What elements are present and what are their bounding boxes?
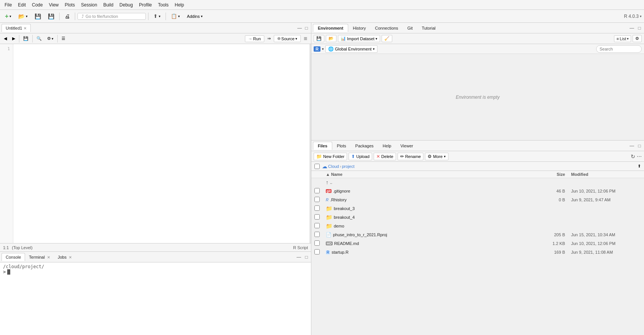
global-env-selector[interactable]: 🌐 Global Environment ▾ — [325, 45, 377, 53]
editor-forward-btn[interactable]: ▶ — [10, 35, 17, 42]
env-tab-tutorial[interactable]: Tutorial — [417, 24, 440, 32]
menu-code[interactable]: Code — [29, 2, 46, 8]
open-file-button[interactable]: 📂 ▾ — [16, 12, 30, 21]
more-button[interactable]: ⚙ More ▾ — [425, 153, 448, 160]
env-tab-history[interactable]: History — [348, 24, 370, 32]
files-sync-icon[interactable]: ↻ — [631, 153, 635, 160]
jobs-tab-close[interactable]: ✕ — [69, 255, 72, 259]
env-load-btn[interactable]: 📂 — [326, 35, 336, 42]
row-name-7[interactable]: MD README.md — [323, 239, 538, 248]
env-settings-btn[interactable]: ⚙ — [633, 35, 642, 42]
console-content[interactable]: /cloud/project/ > — [0, 262, 311, 335]
file-checkbox-8[interactable] — [314, 249, 320, 254]
menu-help[interactable]: Help — [172, 2, 187, 8]
row-checkbox-8[interactable] — [311, 248, 323, 257]
row-name-5[interactable]: 📁 demo — [323, 222, 538, 231]
files-maximize-btn[interactable]: □ — [636, 143, 642, 149]
console-tab-jobs[interactable]: Jobs ✕ — [54, 253, 76, 261]
run-button[interactable]: → Run — [245, 35, 264, 42]
breadcrumb-project[interactable]: project — [342, 164, 354, 169]
env-search-input[interactable] — [596, 45, 642, 53]
row-name-0[interactable]: ↑ .. — [323, 178, 538, 187]
save-all-button[interactable]: 💾 — [45, 12, 57, 21]
row-name-4[interactable]: 📁 breakout_4 — [323, 213, 538, 222]
env-tab-environment[interactable]: Environment — [313, 24, 348, 32]
env-tab-connections[interactable]: Connections — [370, 24, 402, 32]
files-tab-files[interactable]: Files — [313, 142, 332, 150]
row-checkbox-2[interactable] — [311, 196, 323, 204]
rename-button[interactable]: ✏ Rename — [398, 153, 424, 160]
env-clear-btn[interactable]: 🧹 — [382, 35, 392, 42]
breadcrumb-cloud[interactable]: Cloud — [328, 164, 339, 169]
run-next-btn[interactable]: ⇒ — [265, 35, 273, 42]
menu-file[interactable]: File — [2, 2, 15, 8]
menu-session[interactable]: Session — [78, 2, 100, 8]
source-button[interactable]: ⊕ Source ▾ — [274, 35, 301, 42]
row-checkbox-1[interactable] — [311, 187, 323, 196]
row-checkbox-6[interactable] — [311, 231, 323, 239]
row-checkbox-5[interactable] — [311, 222, 323, 231]
breadcrumb-up-icon[interactable]: ⬆ — [638, 164, 641, 169]
menu-plots[interactable]: Plots — [62, 2, 78, 8]
menu-view[interactable]: View — [46, 2, 62, 8]
new-folder-button[interactable]: 📁 New Folder — [314, 153, 347, 160]
save-button[interactable]: 💾 — [32, 12, 44, 21]
menu-profile[interactable]: Profile — [136, 2, 155, 8]
row-name-3[interactable]: 📁 breakout_3 — [323, 204, 538, 213]
file-checkbox-4[interactable] — [314, 214, 320, 220]
new-file-button[interactable]: + ▾ — [2, 12, 14, 21]
col-name[interactable]: ▲ Name — [323, 171, 538, 178]
console-minimize-btn[interactable]: — — [296, 254, 302, 260]
file-checkbox-7[interactable] — [314, 240, 320, 246]
files-select-all-checkbox[interactable] — [314, 164, 320, 169]
import-dataset-button[interactable]: 📊 Import Dataset ▾ — [338, 35, 380, 42]
console-tab-terminal[interactable]: Terminal ✕ — [25, 253, 54, 261]
file-checkbox-1[interactable] — [314, 188, 320, 193]
menu-tools[interactable]: Tools — [155, 2, 172, 8]
menu-build[interactable]: Build — [100, 2, 117, 8]
file-checkbox-3[interactable] — [314, 205, 320, 211]
upload-button[interactable]: ⬆ Upload — [349, 153, 372, 160]
row-name-1[interactable]: git .gitignore — [323, 187, 538, 196]
editor-maximize-btn[interactable]: □ — [303, 25, 309, 31]
console-tab-console[interactable]: Console — [2, 253, 25, 261]
editor-options-btn[interactable]: ≡ — [301, 34, 309, 43]
script-type[interactable]: R Script — [293, 245, 308, 250]
env-tab-git[interactable]: Git — [403, 24, 417, 32]
files-minimize-btn[interactable]: — — [629, 143, 635, 149]
file-checkbox-5[interactable] — [314, 223, 320, 228]
editor-save-btn[interactable]: 💾 — [21, 35, 31, 42]
editor-outline-btn[interactable]: ☰ — [59, 35, 68, 42]
editor-tab-close-icon[interactable]: ✕ — [24, 26, 27, 30]
console-maximize-btn[interactable]: □ — [303, 254, 309, 260]
vertical-splitter[interactable] — [309, 44, 311, 243]
editor-back-btn[interactable]: ◀ — [2, 35, 9, 42]
print-button[interactable]: 🖨 — [62, 12, 73, 21]
editor-tab-untitled1[interactable]: Untitled1 ✕ — [2, 24, 31, 32]
row-name-8[interactable]: R startup.R — [323, 248, 538, 257]
row-checkbox-4[interactable] — [311, 213, 323, 222]
files-tab-plots[interactable]: Plots — [332, 142, 350, 150]
project-options-button[interactable]: 📋 ▾ — [168, 12, 183, 20]
addins-button[interactable]: Addins ▾ — [184, 13, 205, 20]
files-more-icon[interactable]: ⋯ — [637, 153, 642, 159]
code-editor[interactable] — [13, 44, 309, 243]
editor-code-tools-btn[interactable]: ⚙ ▾ — [45, 35, 56, 42]
commit-button[interactable]: ⬆ ▾ — [151, 12, 163, 20]
editor-find-btn[interactable]: 🔍 — [34, 35, 44, 42]
menu-debug[interactable]: Debug — [117, 2, 136, 8]
file-checkbox-6[interactable] — [314, 232, 320, 237]
row-name-2[interactable]: R .Rhistory — [323, 196, 538, 204]
env-minimize-btn[interactable]: — — [629, 25, 635, 31]
go-to-file-button[interactable]: ⤴ Go to file/function — [77, 13, 146, 20]
files-tab-help[interactable]: Help — [378, 142, 396, 150]
menu-edit[interactable]: Edit — [15, 2, 29, 8]
console-cursor[interactable] — [7, 269, 10, 275]
r-version-dropdown-icon[interactable]: ▾ — [640, 14, 642, 18]
files-tab-viewer[interactable]: Viewer — [396, 142, 417, 150]
delete-button[interactable]: ✕ Delete — [374, 153, 396, 160]
terminal-tab-close[interactable]: ✕ — [47, 255, 50, 259]
env-maximize-btn[interactable]: □ — [636, 25, 642, 31]
row-name-6[interactable]: 📄 phuse_intro_to_r_2021.Rproj — [323, 231, 538, 239]
col-modified[interactable]: Modified — [568, 171, 644, 178]
